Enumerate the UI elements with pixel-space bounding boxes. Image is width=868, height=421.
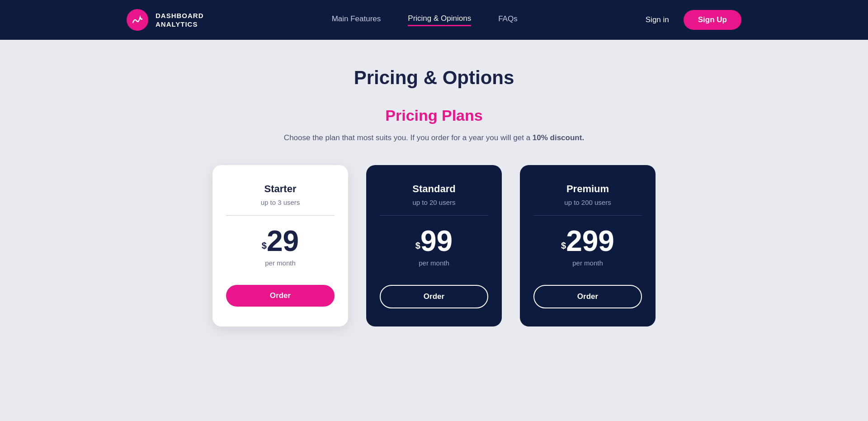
section-title: Pricing Plans bbox=[385, 107, 482, 124]
nav-main-features[interactable]: Main Features bbox=[332, 14, 381, 25]
premium-price: 299 bbox=[566, 227, 614, 255]
logo-text: DASHBOARD ANALYTICS bbox=[156, 11, 204, 29]
pricing-subtitle: Choose the plan that most suits you. If … bbox=[284, 133, 584, 142]
standard-per-month: per month bbox=[419, 259, 449, 267]
starter-order-button[interactable]: Order bbox=[226, 285, 335, 307]
premium-per-month: per month bbox=[572, 259, 603, 267]
logo-icon bbox=[127, 9, 148, 31]
standard-card: Standard up to 20 users $ 99 per month O… bbox=[366, 165, 502, 326]
starter-card: Starter up to 3 users $ 29 per month Ord… bbox=[212, 165, 348, 326]
starter-users: up to 3 users bbox=[261, 199, 300, 206]
starter-price: 29 bbox=[267, 227, 299, 255]
page-title: Pricing & Options bbox=[354, 67, 514, 89]
sign-up-button[interactable]: Sign Up bbox=[684, 10, 741, 30]
standard-users: up to 20 users bbox=[412, 199, 455, 206]
premium-plan-name: Premium bbox=[566, 183, 609, 195]
standard-divider bbox=[380, 215, 488, 216]
standard-currency: $ bbox=[415, 241, 420, 251]
navbar: DASHBOARD ANALYTICS Main Features Pricin… bbox=[0, 0, 868, 40]
main-content: Pricing & Options Pricing Plans Choose t… bbox=[0, 40, 868, 326]
standard-order-button[interactable]: Order bbox=[380, 285, 488, 308]
starter-price-wrapper: $ 29 bbox=[262, 227, 299, 255]
starter-currency: $ bbox=[262, 241, 267, 251]
starter-plan-name: Starter bbox=[264, 183, 297, 195]
premium-order-button[interactable]: Order bbox=[533, 285, 642, 308]
logo-area: DASHBOARD ANALYTICS bbox=[127, 9, 204, 31]
standard-price-wrapper: $ 99 bbox=[415, 227, 453, 255]
nav-pricing-opinions[interactable]: Pricing & Opinions bbox=[408, 14, 471, 26]
premium-divider bbox=[533, 215, 642, 216]
standard-plan-name: Standard bbox=[412, 183, 455, 195]
standard-price: 99 bbox=[420, 227, 453, 255]
premium-users: up to 200 users bbox=[564, 199, 611, 206]
pricing-cards: Starter up to 3 users $ 29 per month Ord… bbox=[212, 165, 656, 326]
premium-currency: $ bbox=[561, 241, 566, 251]
starter-divider bbox=[226, 215, 335, 216]
premium-price-wrapper: $ 299 bbox=[561, 227, 614, 255]
navbar-auth: Sign in Sign Up bbox=[646, 10, 741, 30]
nav-links: Main Features Pricing & Opinions FAQs bbox=[332, 14, 518, 26]
nav-faqs[interactable]: FAQs bbox=[498, 14, 518, 25]
sign-in-button[interactable]: Sign in bbox=[646, 15, 669, 24]
premium-card: Premium up to 200 users $ 299 per month … bbox=[520, 165, 656, 326]
starter-per-month: per month bbox=[265, 259, 296, 267]
